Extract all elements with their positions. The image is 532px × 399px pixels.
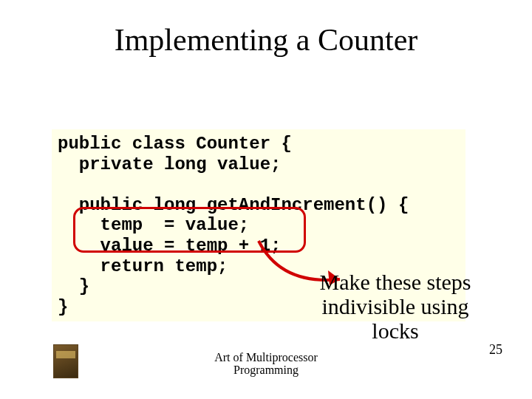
code-line: return temp; (58, 256, 228, 276)
callout-line: Make these steps (320, 270, 471, 294)
footer-line: Programming (233, 364, 299, 376)
code-line: private long value; (58, 154, 281, 174)
code-line: temp = value; (58, 215, 249, 235)
callout-line: locks (372, 318, 418, 343)
code-line: } (58, 297, 68, 317)
callout-emph: indivisible (321, 294, 415, 318)
callout-annotation: Make these steps indivisible using locks (281, 270, 510, 343)
code-line: public class Counter { (58, 134, 292, 154)
code-line: public long getAndIncrement() { (58, 195, 409, 215)
footer-caption: Art of Multiprocessor Programming (0, 351, 532, 377)
slide-title: Implementing a Counter (0, 22, 532, 58)
callout-line: using (415, 294, 469, 318)
code-line: value = temp + 1; (58, 236, 281, 256)
code-line: } (58, 276, 89, 296)
page-number: 25 (489, 342, 502, 358)
footer-line: Art of Multiprocessor (214, 351, 318, 364)
